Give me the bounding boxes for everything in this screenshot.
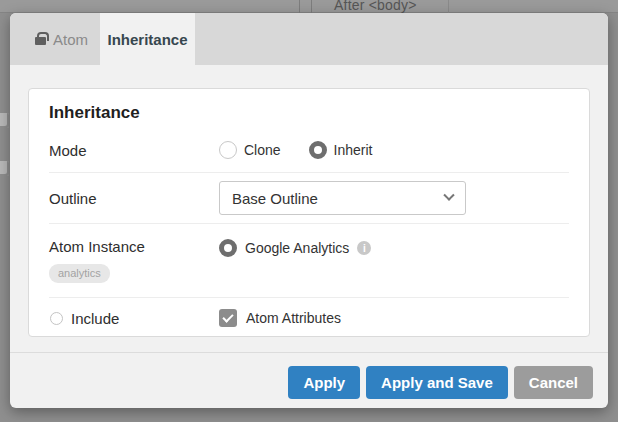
include-option[interactable]: Include (49, 310, 219, 327)
radio-unselected-icon[interactable] (50, 312, 63, 325)
tab-inheritance[interactable]: Inheritance (100, 13, 195, 65)
mode-radio-group: Clone Inherit (219, 141, 373, 159)
document-icon (0, 161, 9, 176)
background-table-line (299, 0, 300, 13)
mode-option-clone[interactable]: Clone (219, 141, 281, 159)
inheritance-panel: Inheritance Mode Clone Inherit Outl (28, 88, 590, 337)
atom-instance-label: Atom Instance (49, 238, 219, 255)
panel-title: Inheritance (49, 101, 569, 129)
inheritance-modal: Atom Inheritance Inheritance Mode Clone … (10, 13, 608, 408)
cancel-button[interactable]: Cancel (514, 366, 593, 399)
modal-footer: Apply Apply and Save Cancel (10, 352, 608, 408)
apply-and-save-button[interactable]: Apply and Save (366, 366, 508, 399)
lock-icon (35, 37, 46, 45)
analytics-badge: analytics (49, 264, 110, 283)
document-icon (0, 113, 9, 128)
radio-selected-icon[interactable] (219, 239, 237, 257)
atom-attributes-option[interactable]: Atom Attributes (219, 309, 341, 327)
outline-select[interactable]: Base Outline (219, 181, 466, 215)
atom-instance-row: Atom Instance analytics Google Analytics… (49, 224, 569, 298)
outline-label: Outline (49, 190, 219, 207)
modal-tab-bar: Atom Inheritance (10, 13, 608, 65)
mode-inherit-label: Inherit (334, 142, 373, 158)
background-table-line (311, 0, 312, 13)
chevron-down-icon (443, 190, 454, 201)
atom-attributes-label: Atom Attributes (246, 310, 341, 326)
background-after-body-label: After <body> (334, 0, 417, 13)
google-analytics-label: Google Analytics (245, 240, 349, 256)
info-icon[interactable]: i (357, 241, 371, 255)
tab-atom-label: Atom (53, 31, 88, 48)
radio-selected-icon[interactable] (309, 141, 327, 159)
tab-atom[interactable]: Atom (10, 13, 100, 65)
mode-label: Mode (49, 142, 219, 159)
mode-option-inherit[interactable]: Inherit (309, 141, 373, 159)
mode-clone-label: Clone (244, 142, 281, 158)
radio-unselected-icon[interactable] (219, 141, 237, 159)
background-header-strip (0, 0, 618, 13)
include-label: Include (71, 310, 119, 327)
atom-instance-label-column: Atom Instance analytics (49, 238, 219, 283)
modal-body: Inheritance Mode Clone Inherit Outl (10, 65, 608, 352)
apply-button[interactable]: Apply (288, 366, 360, 399)
include-row: Include Atom Attributes (49, 298, 569, 327)
atom-instance-option-google-analytics[interactable]: Google Analytics i (219, 239, 371, 257)
background-table-line (448, 0, 449, 13)
checkbox-checked-icon[interactable] (219, 309, 237, 327)
outline-row: Outline Base Outline (49, 173, 569, 224)
outline-select-value: Base Outline (232, 190, 318, 207)
mode-row: Mode Clone Inherit (49, 129, 569, 173)
tab-inheritance-label: Inheritance (108, 31, 188, 48)
